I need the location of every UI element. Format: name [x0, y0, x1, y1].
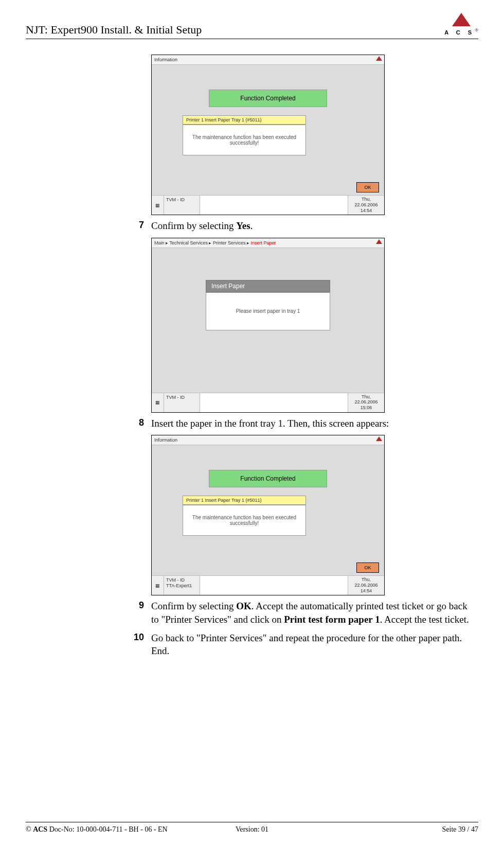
screenshot-function-completed-2: Information Function Completed Printer 1… — [151, 435, 385, 595]
statusbar: ▦ TVM - ID TTA-Expert1 Thu, 22.06.2006 1… — [152, 575, 384, 595]
logo-triangle-icon — [452, 13, 471, 26]
status-banner: Function Completed — [209, 90, 327, 107]
tvm-id-label: TVM - ID TTA-Expert1 — [164, 576, 200, 595]
statusbar-icon: ▦ — [152, 196, 164, 215]
logo-triangle-icon — [376, 436, 382, 441]
statusbar-icon: ▦ — [152, 393, 164, 412]
acs-logo: A C S® — [444, 13, 478, 37]
registered-mark: ® — [475, 27, 478, 32]
task-label: Printer 1 Insert Paper Tray 1 (#5011) — [183, 115, 306, 125]
message-panel: Please insert paper in tray 1 — [206, 292, 330, 330]
task-label: Printer 1 Insert Paper Tray 1 (#5011) — [183, 496, 306, 505]
statusbar-spacer — [200, 196, 348, 215]
timestamp: Thu, 22.06.2006 14:54 — [348, 576, 384, 595]
window-title: Information — [154, 437, 177, 443]
step-number: 9 — [129, 600, 144, 611]
step-7: 7 Confirm by selecting Yes. — [129, 219, 473, 233]
screenshot-function-completed-1: Information Function Completed Printer 1… — [151, 55, 385, 215]
step-10: 10 Go back to "Printer Services" and rep… — [129, 631, 473, 658]
logo-letters: A C S — [444, 29, 475, 36]
logo-triangle-icon — [376, 239, 382, 244]
ok-button[interactable]: OK — [356, 182, 379, 192]
tvm-id-label: TVM - ID — [164, 393, 200, 412]
window-titlebar: Main ▸ Technical Services ▸ Printer Serv… — [152, 238, 384, 248]
statusbar: ▦ TVM - ID Thu, 22.06.2006 15:06 — [152, 393, 384, 412]
statusbar-spacer — [200, 393, 348, 412]
window-titlebar: Information — [152, 435, 384, 445]
content-area: Information Function Completed Printer 1… — [26, 55, 478, 822]
step-text: Insert the paper in the front tray 1. Th… — [151, 417, 389, 430]
step-number: 10 — [129, 631, 144, 643]
screenshot-insert-paper: Main ▸ Technical Services ▸ Printer Serv… — [151, 238, 385, 413]
timestamp: Thu, 22.06.2006 15:06 — [348, 393, 384, 412]
status-banner: Function Completed — [209, 470, 327, 487]
page-header: NJT: Expert900 Install. & Initial Setup … — [26, 13, 478, 39]
step-number: 8 — [129, 417, 144, 428]
timestamp: Thu, 22.06.2006 14:54 — [348, 196, 384, 215]
message-panel: The maintenance function has been execut… — [183, 125, 306, 155]
step-text: Confirm by selecting OK. Accept the auto… — [151, 600, 473, 626]
tvm-id-label: TVM - ID — [164, 196, 200, 215]
step-9: 9 Confirm by selecting OK. Accept the au… — [129, 600, 473, 626]
window-title: Information — [154, 57, 177, 62]
footer-page-number: Seite 39 / 47 — [328, 825, 478, 834]
step-8: 8 Insert the paper in the front tray 1. … — [129, 417, 473, 430]
footer-version: Version: 01 — [176, 825, 327, 834]
footer-left: © ACS Doc-No: 10-000-004-711 - BH - 06 -… — [26, 825, 176, 834]
ok-button[interactable]: OK — [356, 562, 379, 573]
logo-triangle-icon — [376, 56, 382, 61]
message-panel: The maintenance function has been execut… — [183, 505, 306, 536]
panel-title: Insert Paper — [206, 280, 330, 292]
step-text: Confirm by selecting Yes. — [151, 219, 253, 233]
statusbar-spacer — [200, 576, 348, 595]
statusbar-icon: ▦ — [152, 576, 164, 595]
page-footer: © ACS Doc-No: 10-000-004-711 - BH - 06 -… — [26, 822, 478, 834]
statusbar: ▦ TVM - ID Thu, 22.06.2006 14:54 — [152, 195, 384, 215]
step-text: Go back to "Printer Services" and repeat… — [151, 631, 473, 658]
window-titlebar: Information — [152, 55, 384, 65]
step-number: 7 — [129, 219, 144, 231]
document-title: NJT: Expert900 Install. & Initial Setup — [26, 23, 202, 37]
breadcrumb: Main ▸ Technical Services ▸ Printer Serv… — [154, 240, 276, 245]
